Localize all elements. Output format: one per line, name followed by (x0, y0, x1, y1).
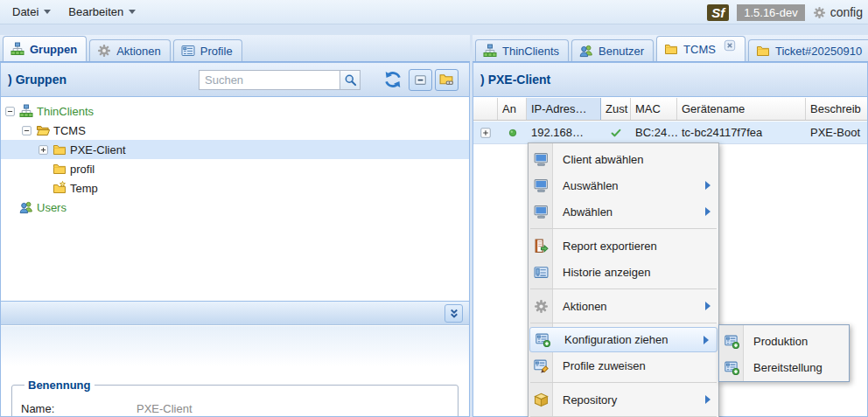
column-header-mac[interactable]: MAC (631, 98, 677, 120)
menu-item-konfiguration-ziehen[interactable]: Konfiguration ziehen (529, 327, 718, 352)
refresh-button[interactable] (383, 70, 402, 89)
tree-item-users[interactable]: Users (1, 198, 469, 217)
clients-panel-title: )PXE-Client (480, 63, 550, 96)
column-header-ip-adres[interactable]: IP-Adres… (527, 98, 601, 120)
version-badge: 1.5.16-dev (737, 4, 804, 21)
menu-item-label: Abwählen (563, 205, 612, 219)
menu-item-label: Historie anzeigen (563, 266, 650, 279)
header-title-text: Gruppen (16, 73, 66, 87)
menu-item-report-exportieren[interactable]: Report exportieren (528, 233, 718, 259)
menu-item-label: Konfiguration ziehen (564, 333, 668, 346)
grid-header: AnIP-Adres…ZustMACGerätenameBeschreib (473, 98, 867, 121)
tab-tcms[interactable]: TCMS (656, 36, 746, 61)
expand-plus-icon[interactable] (38, 144, 50, 156)
column-header-geratename[interactable]: Gerätename (677, 98, 806, 120)
groups-panel: )Gruppen ThinClientsTCMSPXE-Clientprofil… (0, 62, 470, 417)
search-button[interactable] (340, 70, 360, 90)
cell-expander (473, 122, 498, 143)
menu-item-profile-zuweisen[interactable]: Profile zuweisen (528, 352, 718, 379)
menu-separator (528, 379, 718, 386)
tree-item-label: Temp (70, 182, 98, 195)
config-button[interactable]: config (813, 5, 863, 19)
menu-bearbeiten-label: Bearbeiten (68, 5, 123, 18)
details-panel-header (1, 301, 469, 325)
menu-separator (528, 225, 718, 233)
collapse-all-icon (413, 73, 428, 87)
column-header-beschreib[interactable]: Beschreib (806, 98, 868, 120)
sitemap-icon (483, 44, 497, 58)
tree-item-temp[interactable]: Temp (1, 178, 469, 198)
menu-item-repository[interactable]: Repository (528, 386, 718, 413)
menu-item-label: Aktionen (563, 300, 607, 313)
sitemap-icon (19, 104, 33, 118)
search-input[interactable] (199, 70, 340, 90)
tab-close-icon[interactable] (724, 39, 736, 52)
menu-item-auswahlen[interactable]: Auswählen (528, 172, 718, 198)
tab-thinclients[interactable]: ThinClients (475, 39, 569, 61)
menu-item-historie-anzeigen[interactable]: Historie anzeigen (528, 259, 718, 285)
submenu-item-produktion[interactable]: Produktion (719, 328, 849, 354)
folder-open-icon (36, 123, 50, 137)
menu-item-label: Report exportieren (563, 240, 657, 253)
menu-item-client-abwahlen[interactable]: Client abwählen (528, 146, 718, 172)
collapse-panel-button[interactable] (444, 304, 463, 323)
list-plus-icon (724, 334, 739, 349)
tab-label: Aktionen (116, 45, 161, 58)
users-icon (19, 200, 33, 214)
group-tree: ThinClientsTCMSPXE-ClientprofilTempUsers (1, 98, 469, 301)
tree-indent (4, 202, 17, 213)
caret-down-icon (129, 10, 136, 14)
cell-status (498, 122, 527, 143)
chevron-double-down-icon (448, 308, 460, 320)
app-window: Datei Bearbeiten Sf 1.5.16-dev config Gr… (0, 0, 868, 417)
column-header-an[interactable]: An (498, 98, 527, 120)
menu-item-aktionen[interactable]: Aktionen (528, 293, 718, 319)
collapse-minus-icon[interactable] (21, 125, 33, 136)
menu-item-label: Auswählen (563, 179, 619, 192)
menu-item-abwahlen[interactable]: Abwählen (528, 198, 718, 225)
tree-item-label: TCMS (53, 124, 86, 137)
menu-item-label: Produktion (753, 335, 808, 348)
caret-down-icon (44, 10, 51, 14)
tab-benutzer[interactable]: Benutzer (571, 39, 654, 61)
monitor-icon (534, 205, 549, 219)
submenu-arrow-icon (705, 181, 710, 190)
tree-item-pxe-client[interactable]: PXE-Client (1, 140, 469, 159)
cell-device-name: tc-bc24117f7fea (677, 122, 806, 143)
menu-item-label: Bereitstellung (753, 361, 822, 374)
table-row[interactable]: 192.168…BC:24…tc-bc24117f7feaPXE-Boot (473, 122, 867, 144)
tab-profile[interactable]: Profile (173, 39, 242, 61)
tab-aktionen[interactable]: Aktionen (89, 39, 171, 61)
cell-mac: BC:24… (631, 122, 677, 143)
tab-ticket-20250910[interactable]: Ticket#20250910 (748, 39, 868, 61)
menu-item-label: Repository (563, 393, 617, 407)
state-ok-check-icon (610, 127, 622, 139)
tab-label: TCMS (683, 43, 716, 56)
tab-gruppen[interactable]: Gruppen (3, 36, 87, 61)
menu-separator (528, 413, 718, 417)
folder-permissions-button[interactable] (435, 69, 458, 91)
submenu-item-bereitstellung[interactable]: Bereitstellung (719, 354, 849, 380)
tree-item-profil[interactable]: profil (1, 159, 469, 178)
tree-item-label: profil (70, 163, 94, 176)
list-pencil-icon (534, 358, 549, 373)
menu-datei[interactable]: Datei (4, 3, 60, 21)
folder-link-icon (439, 73, 454, 87)
collapse-all-button[interactable] (409, 69, 432, 91)
menu-bearbeiten[interactable]: Bearbeiten (60, 3, 144, 21)
monitor-icon (534, 152, 549, 167)
tab-label: Benutzer (598, 45, 644, 58)
tab-label: ThinClients (502, 45, 559, 58)
menubar: Datei Bearbeiten Sf 1.5.16-dev config (0, 0, 868, 24)
menu-separator (528, 319, 718, 327)
name-label: Name: (21, 402, 136, 415)
tree-item-label: PXE-Client (70, 143, 126, 156)
row-expand-plus-icon[interactable] (480, 127, 492, 139)
column-header-expander[interactable] (473, 98, 498, 120)
folder-icon (756, 44, 770, 58)
collapse-minus-icon[interactable] (4, 106, 17, 117)
sitemap-icon (10, 42, 24, 56)
tree-item-tcms[interactable]: TCMS (1, 121, 469, 140)
tree-item-thinclients[interactable]: ThinClients (1, 101, 469, 121)
column-header-zust[interactable]: Zust (601, 98, 631, 120)
